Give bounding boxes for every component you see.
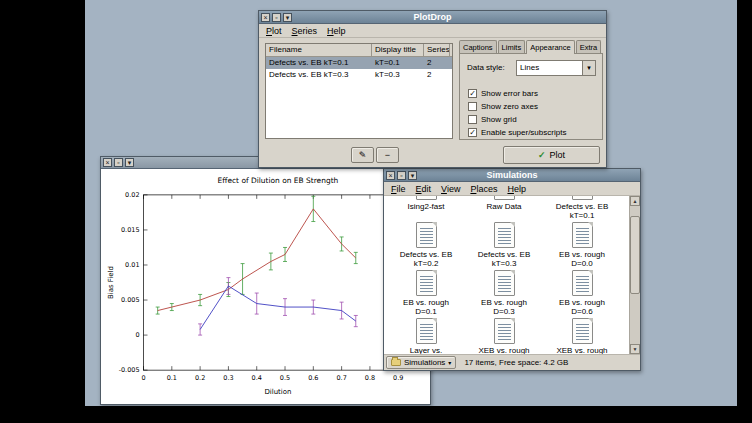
file-item[interactable]: Layer vs. <box>387 318 465 354</box>
menu-series[interactable]: Series <box>287 26 323 36</box>
data-style-select[interactable]: Lines ▾ <box>516 60 596 76</box>
document-icon <box>572 318 593 344</box>
file-item[interactable]: Defects vs. EB kT=0.2 <box>387 222 465 270</box>
table-row[interactable]: Defects vs. EB kT=0.3kT=0.32 <box>266 69 452 81</box>
document-text-lines <box>420 228 433 244</box>
simulations-window-title: Simulations <box>384 169 640 182</box>
tab-limits[interactable]: Limits <box>498 40 526 53</box>
close-icon[interactable]: × <box>261 13 270 22</box>
file-item[interactable]: XEB vs. rough <box>465 318 543 354</box>
svg-text:0.4: 0.4 <box>252 374 262 382</box>
svg-text:0.3: 0.3 <box>223 374 233 382</box>
window-menu-icon[interactable]: ▾ <box>283 13 292 22</box>
window-menu-icon[interactable]: ▾ <box>408 171 417 180</box>
plot-button[interactable]: ✓ Plot <box>503 146 600 164</box>
maximize-icon[interactable]: ▫ <box>272 13 281 22</box>
cell-filename: Defects vs. EB kT=0.3 <box>266 69 372 81</box>
document-icon <box>416 222 437 248</box>
file-item[interactable]: Raw Data <box>465 196 543 222</box>
column-header[interactable]: Filename <box>266 44 372 56</box>
checkbox-box-icon[interactable] <box>468 102 477 111</box>
svg-text:0.6: 0.6 <box>308 374 318 382</box>
document-text-lines <box>420 276 433 292</box>
checkbox-show-error-bars[interactable]: ✓Show error bars <box>468 88 538 99</box>
checkbox-box-icon[interactable]: ✓ <box>468 128 477 137</box>
checkbox-box-icon[interactable] <box>468 115 477 124</box>
plotdrop-window-title: PlotDrop <box>259 11 606 24</box>
file-item[interactable]: EB vs. rough D=0.0 <box>543 222 621 270</box>
plotdrop-body: FilenameDisplay titleSeries Defects vs. … <box>259 38 606 167</box>
scrollbar-thumb[interactable] <box>630 216 640 294</box>
simulations-statusbar: Simulations ▾ 17 items, Free space: 4.2 … <box>384 355 640 370</box>
location-button[interactable]: Simulations ▾ <box>386 356 456 369</box>
file-label: Layer vs. <box>410 346 442 354</box>
window-menu-icon[interactable]: ▾ <box>125 158 134 167</box>
tab-appearance[interactable]: Appearance <box>526 40 574 54</box>
menu-file[interactable]: File <box>386 184 411 194</box>
checkbox-enable-super-subscripts[interactable]: ✓Enable super/subscripts <box>468 127 566 138</box>
file-item[interactable]: EB vs. rough D=0.1 <box>387 270 465 318</box>
cell-series: 2 <box>424 57 450 69</box>
svg-text:0: 0 <box>135 331 139 339</box>
svg-text:-0.005: -0.005 <box>119 366 140 374</box>
menu-help[interactable]: Help <box>502 184 531 194</box>
location-label: Simulations <box>404 358 445 367</box>
close-icon[interactable]: × <box>103 158 112 167</box>
tab-row: CaptionsLimitsAppearanceExtra <box>459 40 603 53</box>
scroll-up-icon[interactable]: ▲ <box>630 196 640 206</box>
svg-text:Bias Field: Bias Field <box>107 266 115 299</box>
column-header[interactable]: Series <box>424 44 450 56</box>
checkbox-show-zero-axes[interactable]: Show zero axes <box>468 101 538 112</box>
checkbox-show-grid[interactable]: Show grid <box>468 114 517 125</box>
file-label: EB vs. rough D=0.1 <box>403 298 449 316</box>
table-row[interactable]: Defects vs. EB kT=0.1kT=0.12 <box>266 57 452 69</box>
maximize-icon[interactable]: ▫ <box>114 158 123 167</box>
folder-icon <box>391 359 401 366</box>
file-item[interactable]: EB vs. rough D=0.6 <box>543 270 621 318</box>
table-header: FilenameDisplay titleSeries <box>266 44 452 57</box>
checkbox-label: Show grid <box>481 115 517 124</box>
menu-view[interactable]: View <box>436 184 465 194</box>
document-text-lines <box>498 228 511 244</box>
chevron-down-icon: ▾ <box>448 359 451 366</box>
maximize-icon[interactable]: ▫ <box>397 171 406 180</box>
page-fold <box>432 222 437 227</box>
file-label: Defects vs. EB kT=0.3 <box>478 250 530 268</box>
eb-strength-chart: 00.10.20.30.40.50.60.70.80.9-0.00500.005… <box>101 169 430 404</box>
appearance-panel: Data style: Lines ▾ ✓Show error barsShow… <box>459 53 603 140</box>
document-icon <box>494 222 515 248</box>
svg-text:0.2: 0.2 <box>195 374 205 382</box>
menu-help[interactable]: Help <box>322 26 351 36</box>
chevron-down-icon[interactable]: ▾ <box>582 61 595 75</box>
plotdrop-titlebar[interactable]: × ▫ ▾ PlotDrop <box>259 11 606 24</box>
edit-series-button[interactable]: ✎ <box>351 147 374 163</box>
svg-text:0.1: 0.1 <box>167 374 177 382</box>
scroll-down-icon[interactable]: ▼ <box>630 344 640 354</box>
simulations-titlebar[interactable]: × ▫ ▾ Simulations <box>384 169 640 182</box>
document-icon <box>416 270 437 296</box>
simulations-window: × ▫ ▾ Simulations FileEditViewPlacesHelp… <box>383 168 641 371</box>
file-item[interactable]: Defects vs. EB kT=0.1 <box>543 196 621 222</box>
tab-captions[interactable]: Captions <box>459 40 497 53</box>
tab-extra[interactable]: Extra <box>576 40 602 53</box>
remove-series-button[interactable]: − <box>376 147 399 163</box>
gnuplot-window: × ▫ ▾ 00.10.20.30.40.50.60.70.80.9-0.005… <box>100 156 431 405</box>
svg-text:0.015: 0.015 <box>121 226 140 234</box>
column-header[interactable]: Display title <box>372 44 424 56</box>
menu-plot[interactable]: Plot <box>261 26 287 36</box>
file-item[interactable]: Ising2-fast <box>387 196 465 222</box>
file-label: XEB vs. rough <box>478 346 529 354</box>
file-item[interactable]: EB vs. rough D=0.3 <box>465 270 543 318</box>
file-item[interactable]: XEB vs. rough <box>543 318 621 354</box>
svg-text:0.8: 0.8 <box>365 374 375 382</box>
checkbox-box-icon[interactable]: ✓ <box>468 89 477 98</box>
document-icon <box>494 318 515 344</box>
menu-edit[interactable]: Edit <box>411 184 437 194</box>
close-icon[interactable]: × <box>386 171 395 180</box>
vertical-scrollbar[interactable]: ▲ ▼ <box>629 196 640 354</box>
file-item[interactable]: Defects vs. EB kT=0.3 <box>465 222 543 270</box>
menu-places[interactable]: Places <box>465 184 502 194</box>
svg-text:0.7: 0.7 <box>336 374 346 382</box>
icon-viewport: Ising2-fastRaw DataDefects vs. EB kT=0.1… <box>384 196 629 354</box>
file-label: Defects vs. EB kT=0.1 <box>556 202 608 220</box>
